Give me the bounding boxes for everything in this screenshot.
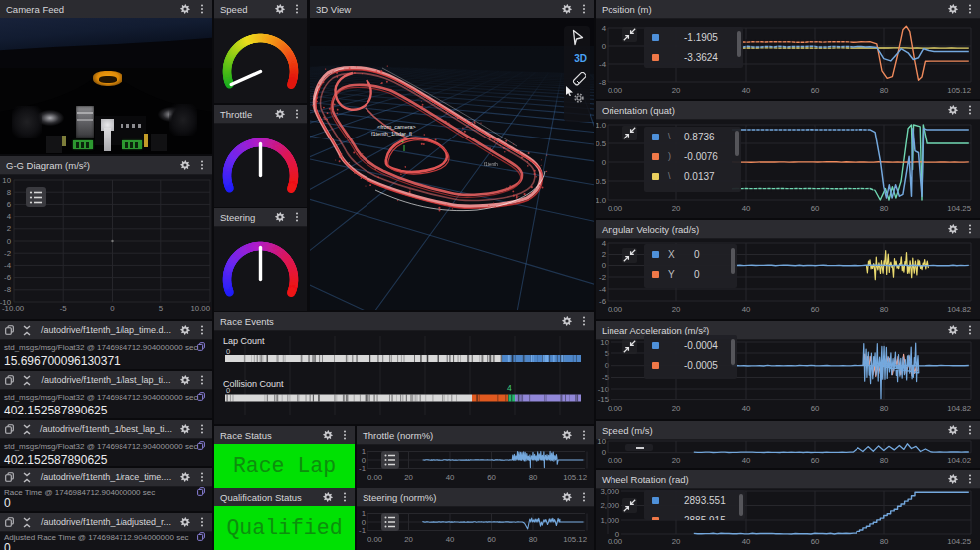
svg-text:20: 20 [672, 305, 681, 314]
svg-text:2: 2 [602, 250, 606, 259]
svg-text:40: 40 [446, 535, 455, 544]
svg-text:40: 40 [742, 86, 751, 95]
svg-text:0: 0 [602, 261, 607, 270]
svg-text:0.00: 0.00 [608, 305, 623, 314]
svg-text:Collision Count: Collision Count [223, 379, 284, 389]
svg-text:+: + [401, 138, 404, 144]
svg-text:-6: -6 [4, 273, 11, 282]
svg-text:3,000: 3,000 [600, 487, 619, 496]
svg-text:-1: -1 [359, 464, 366, 473]
svg-text:4: 4 [602, 239, 607, 248]
svg-text:0.00: 0.00 [608, 537, 623, 546]
svg-text:20: 20 [404, 535, 413, 544]
svg-text:104.25: 104.25 [947, 537, 972, 546]
svg-text:105.12: 105.12 [563, 473, 587, 482]
svg-text:f1tenth_1/lidar_fl: f1tenth_1/lidar_fl [371, 131, 412, 137]
svg-text:-10.00: -10.00 [2, 304, 25, 313]
svg-text:40: 40 [742, 404, 751, 412]
svg-text:104.02: 104.02 [947, 456, 971, 465]
svg-text:0: 0 [226, 347, 230, 356]
svg-text:5: 5 [605, 349, 610, 358]
svg-text:40: 40 [742, 305, 751, 314]
svg-text:60: 60 [811, 86, 820, 95]
svg-text:80: 80 [880, 204, 889, 213]
svg-text:104.82: 104.82 [947, 404, 971, 412]
svg-text:0: 0 [602, 158, 607, 167]
svg-text:1.0: 1.0 [596, 121, 607, 130]
svg-text:80: 80 [880, 537, 889, 546]
svg-text:20: 20 [404, 473, 413, 482]
svg-text:<from_camera>: <from_camera> [377, 124, 416, 130]
svg-text:0: 0 [226, 386, 230, 395]
svg-text:80: 80 [529, 535, 538, 544]
svg-text:-5: -5 [60, 304, 68, 313]
svg-text:10.00: 10.00 [190, 304, 210, 313]
svg-text:80: 80 [880, 305, 889, 314]
svg-text:-2: -2 [4, 249, 11, 258]
svg-text:5: 5 [159, 304, 164, 313]
svg-text:0.00: 0.00 [368, 535, 383, 544]
svg-text:40: 40 [446, 473, 455, 482]
svg-text:0: 0 [7, 237, 12, 246]
svg-text:104.82: 104.82 [947, 305, 971, 314]
svg-text:-1: -1 [359, 526, 366, 535]
svg-text:0: 0 [110, 304, 115, 313]
svg-text:60: 60 [811, 305, 820, 314]
svg-text:80: 80 [880, 456, 889, 465]
svg-text:4: 4 [507, 383, 512, 393]
svg-text:0.00: 0.00 [368, 473, 383, 482]
svg-text:-5: -5 [602, 373, 610, 382]
svg-text:6: 6 [7, 200, 11, 209]
svg-text:-4: -4 [599, 60, 607, 69]
svg-text:-2: -2 [599, 273, 606, 282]
svg-text:0: 0 [602, 448, 607, 457]
svg-text:0.00: 0.00 [608, 204, 623, 213]
svg-text:60: 60 [487, 535, 496, 544]
svg-text:20: 20 [672, 404, 681, 412]
svg-text:-0.5: -0.5 [596, 177, 607, 186]
svg-text:60: 60 [811, 204, 820, 213]
svg-text:0: 0 [605, 361, 610, 370]
svg-text:0: 0 [602, 42, 607, 51]
svg-text:-8: -8 [4, 285, 11, 294]
svg-text:20: 20 [672, 204, 681, 213]
svg-text:20: 20 [672, 537, 681, 546]
svg-text:60: 60 [811, 537, 820, 546]
svg-text:105.12: 105.12 [563, 535, 587, 544]
svg-text:0.00: 0.00 [608, 86, 623, 95]
svg-text:10: 10 [597, 437, 606, 446]
svg-text:80: 80 [529, 473, 538, 482]
svg-text:60: 60 [487, 473, 496, 482]
svg-text:-6: -6 [599, 297, 606, 306]
svg-text:8: 8 [7, 188, 11, 197]
svg-text:-1.0: -1.0 [596, 196, 607, 205]
svg-text:4: 4 [7, 212, 12, 221]
svg-text:80: 80 [880, 404, 889, 412]
svg-text:2: 2 [7, 224, 11, 233]
svg-text:60: 60 [811, 456, 820, 465]
svg-text:f1tenth: f1tenth [484, 162, 498, 167]
svg-text:0.00: 0.00 [608, 404, 623, 412]
svg-text:10: 10 [2, 176, 11, 185]
svg-text:40: 40 [742, 456, 751, 465]
svg-text:4: 4 [602, 24, 607, 33]
svg-text:Lap Count: Lap Count [223, 336, 265, 346]
svg-text:-4: -4 [599, 285, 607, 294]
svg-text:40: 40 [742, 537, 751, 546]
svg-text:104.25: 104.25 [947, 204, 972, 213]
svg-text:0.00: 0.00 [608, 456, 623, 465]
svg-text:80: 80 [880, 86, 889, 95]
svg-text:60: 60 [811, 404, 820, 412]
svg-text:-4: -4 [4, 261, 12, 270]
svg-text:20: 20 [672, 456, 681, 465]
svg-text:-8: -8 [599, 78, 606, 87]
svg-text:40: 40 [742, 204, 751, 213]
svg-text:0.5: 0.5 [596, 139, 607, 148]
svg-text:2,000: 2,000 [600, 501, 619, 510]
svg-text:1,000: 1,000 [600, 516, 619, 525]
svg-text:105.12: 105.12 [947, 86, 971, 95]
svg-text:20: 20 [672, 86, 681, 95]
